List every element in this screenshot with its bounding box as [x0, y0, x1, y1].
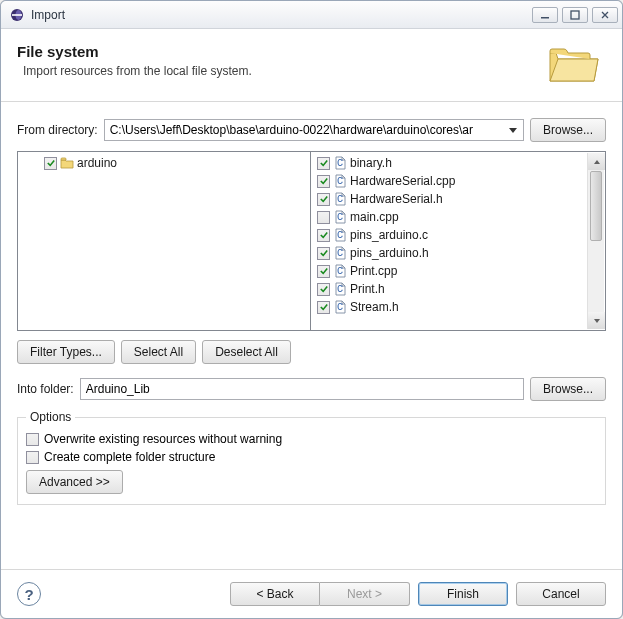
c-file-icon: c [333, 300, 347, 314]
help-icon[interactable]: ? [17, 582, 41, 606]
cancel-button[interactable]: Cancel [516, 582, 606, 606]
file-label: Print.h [350, 282, 385, 296]
file-label: main.cpp [350, 210, 399, 224]
file-checkbox[interactable] [317, 301, 330, 314]
maximize-button[interactable] [562, 7, 588, 23]
folder-tree-pane[interactable]: arduino [17, 151, 311, 331]
from-directory-combo[interactable]: C:\Users\Jeff\Desktop\base\arduino-0022\… [104, 119, 524, 141]
browse-source-button[interactable]: Browse... [530, 118, 606, 142]
file-list-pane[interactable]: cbinary.hcHardwareSerial.cppcHardwareSer… [311, 151, 606, 331]
into-folder-input[interactable]: Arduino_Lib [80, 378, 524, 400]
filter-types-button[interactable]: Filter Types... [17, 340, 115, 364]
file-checkbox[interactable] [317, 283, 330, 296]
tree-checkbox[interactable] [44, 157, 57, 170]
header-title: File system [17, 43, 546, 60]
into-folder-label: Into folder: [17, 382, 74, 396]
svg-text:c: c [337, 282, 343, 295]
folder-open-icon [546, 43, 602, 87]
svg-text:c: c [337, 192, 343, 205]
svg-text:c: c [337, 210, 343, 223]
c-file-icon: c [333, 246, 347, 260]
advanced-button[interactable]: Advanced >> [26, 470, 123, 494]
file-checkbox[interactable] [317, 211, 330, 224]
overwrite-checkbox[interactable] [26, 433, 39, 446]
back-button[interactable]: < Back [230, 582, 320, 606]
list-item[interactable]: cHardwareSerial.cpp [313, 172, 603, 190]
dialog-footer: ? < Back Next > Finish Cancel [1, 569, 622, 618]
c-file-icon: c [333, 174, 347, 188]
file-checkbox[interactable] [317, 157, 330, 170]
options-group: Options Overwrite existing resources wit… [17, 410, 606, 505]
scrollbar[interactable] [587, 153, 604, 329]
header-desc: Import resources from the local file sys… [23, 64, 546, 78]
import-dialog: Import File system Import resources from… [0, 0, 623, 619]
c-file-icon: c [333, 282, 347, 296]
titlebar: Import [1, 1, 622, 29]
list-item[interactable]: cStream.h [313, 298, 603, 316]
next-button: Next > [320, 582, 410, 606]
file-checkbox[interactable] [317, 229, 330, 242]
svg-rect-4 [571, 11, 579, 19]
dialog-header: File system Import resources from the lo… [1, 29, 622, 102]
svg-text:c: c [337, 228, 343, 241]
file-checkbox[interactable] [317, 265, 330, 278]
svg-text:c: c [337, 246, 343, 259]
file-checkbox[interactable] [317, 193, 330, 206]
finish-button[interactable]: Finish [418, 582, 508, 606]
svg-text:c: c [337, 264, 343, 277]
tree-item-arduino[interactable]: arduino [20, 154, 308, 172]
file-label: pins_arduino.h [350, 246, 429, 260]
file-label: Stream.h [350, 300, 399, 314]
complete-structure-checkbox[interactable] [26, 451, 39, 464]
list-item[interactable]: cHardwareSerial.h [313, 190, 603, 208]
file-label: HardwareSerial.cpp [350, 174, 455, 188]
c-file-icon: c [333, 156, 347, 170]
scroll-down-button[interactable] [588, 312, 605, 329]
tree-item-label: arduino [77, 156, 117, 170]
eclipse-icon [9, 7, 25, 23]
list-item[interactable]: cpins_arduino.h [313, 244, 603, 262]
c-file-icon: c [333, 228, 347, 242]
complete-structure-label: Create complete folder structure [44, 450, 215, 464]
list-item[interactable]: cpins_arduino.c [313, 226, 603, 244]
scroll-up-button[interactable] [588, 153, 605, 170]
file-checkbox[interactable] [317, 247, 330, 260]
file-label: Print.cpp [350, 264, 397, 278]
window-title: Import [31, 8, 532, 22]
list-item[interactable]: cPrint.h [313, 280, 603, 298]
svg-text:c: c [337, 156, 343, 169]
close-button[interactable] [592, 7, 618, 23]
list-item[interactable]: cPrint.cpp [313, 262, 603, 280]
select-all-button[interactable]: Select All [121, 340, 196, 364]
folder-icon [60, 156, 74, 170]
overwrite-label: Overwrite existing resources without war… [44, 432, 282, 446]
deselect-all-button[interactable]: Deselect All [202, 340, 291, 364]
c-file-icon: c [333, 210, 347, 224]
svg-rect-3 [541, 17, 549, 19]
browse-dest-button[interactable]: Browse... [530, 377, 606, 401]
scroll-thumb[interactable] [590, 171, 602, 241]
from-directory-label: From directory: [17, 123, 98, 137]
list-item[interactable]: cbinary.h [313, 154, 603, 172]
svg-text:c: c [337, 300, 343, 313]
svg-text:c: c [337, 174, 343, 187]
svg-rect-2 [12, 14, 22, 16]
minimize-button[interactable] [532, 7, 558, 23]
file-label: binary.h [350, 156, 392, 170]
options-legend: Options [26, 410, 75, 424]
c-file-icon: c [333, 192, 347, 206]
file-label: pins_arduino.c [350, 228, 428, 242]
file-label: HardwareSerial.h [350, 192, 443, 206]
list-item[interactable]: cmain.cpp [313, 208, 603, 226]
file-checkbox[interactable] [317, 175, 330, 188]
c-file-icon: c [333, 264, 347, 278]
